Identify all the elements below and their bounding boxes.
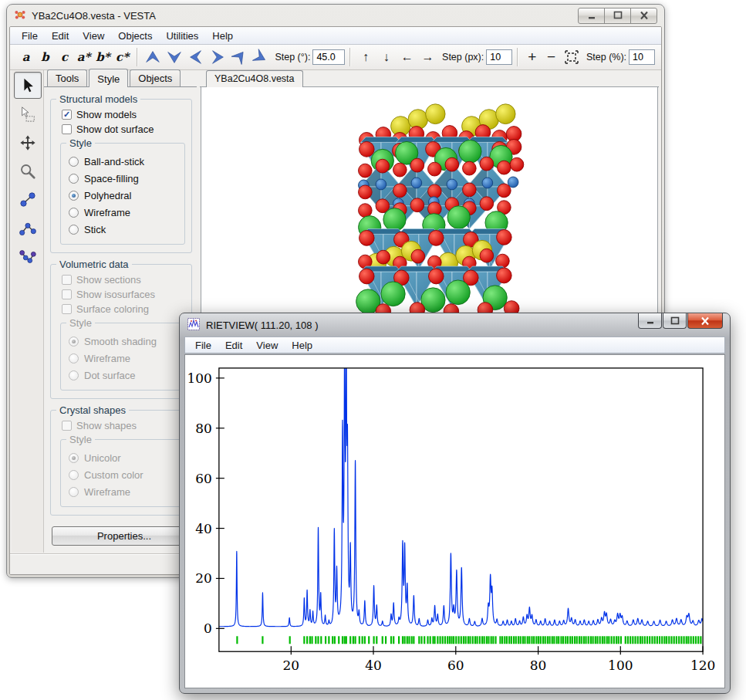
radio-label: Smooth shading: [84, 336, 157, 347]
step-px-input[interactable]: [486, 49, 512, 65]
tool-select-icon[interactable]: [14, 72, 42, 99]
radio-circle: [69, 336, 79, 347]
checkbox-show-isosurfaces[interactable]: Show isosurfaces: [56, 287, 187, 302]
radio-circle: [69, 191, 79, 201]
rietview-menu-view[interactable]: View: [249, 338, 285, 353]
properties-button[interactable]: Properties...: [52, 526, 197, 546]
radio-space-filling[interactable]: Space-filling: [66, 170, 181, 187]
vesta-menu-objects[interactable]: Objects: [111, 29, 159, 43]
axis-button-a-star[interactable]: a*: [74, 50, 93, 64]
pan-left-icon[interactable]: ←: [397, 50, 417, 64]
atom-sphere: [411, 178, 422, 188]
tool-distance-icon[interactable]: [14, 186, 42, 213]
vesta-titlebar[interactable]: YBa2Cu4O8.vesta - VESTA: [7, 5, 664, 26]
checkbox-surface-coloring[interactable]: Surface coloring: [56, 302, 187, 316]
y-tick-label: 80: [195, 421, 212, 436]
radio-ball-and-stick[interactable]: Ball-and-stick: [66, 153, 181, 170]
tab-style[interactable]: Style: [89, 69, 128, 87]
atom-sphere: [482, 178, 493, 188]
atom-sphere: [480, 249, 494, 262]
radio-circle: [69, 453, 79, 463]
rietview-app-icon: [187, 318, 200, 333]
axis-button-c-star[interactable]: c*: [113, 50, 132, 64]
pan-up-icon[interactable]: ↑: [355, 50, 376, 64]
rotate-up-icon[interactable]: [142, 47, 164, 67]
side-panel-tabs: ToolsStyleObjects: [44, 69, 197, 87]
group-volumetric-data: Volumetric dataShow sectionsShow isosurf…: [50, 264, 192, 399]
axis-button-b[interactable]: b: [35, 50, 55, 64]
rotate-ccw-icon[interactable]: [228, 47, 250, 67]
y-tick-label: 60: [195, 471, 212, 486]
radio-wireframe[interactable]: Wireframe: [66, 350, 181, 367]
rotate-down-icon[interactable]: [164, 47, 185, 67]
zoom-in-icon[interactable]: +: [522, 49, 542, 66]
vesta-menu-file[interactable]: File: [15, 29, 45, 43]
axis-button-b-star[interactable]: b*: [93, 50, 113, 64]
radio-unicolor[interactable]: Unicolor: [66, 449, 181, 466]
radio-label: Unicolor: [84, 452, 121, 464]
vesta-menu-edit[interactable]: Edit: [45, 29, 76, 43]
radio-stick[interactable]: Stick: [66, 221, 181, 238]
radio-label: Space-filling: [84, 173, 139, 184]
atom-sphere: [376, 250, 390, 264]
atom-sphere: [376, 179, 387, 190]
step-deg-input[interactable]: [312, 49, 345, 65]
atom-sphere: [496, 254, 510, 268]
rietview-window: RIETVIEW( 111.20, 108 ) FileEditViewHelp…: [179, 313, 731, 694]
y-tick-label: 0: [204, 621, 212, 636]
group-crystal-shapes: Crystal shapesShow shapesStyleUnicolorCu…: [50, 410, 192, 516]
zoom-out-icon[interactable]: −: [542, 49, 561, 66]
vesta-window-title: YBa2Cu4O8.vesta - VESTA: [32, 10, 156, 22]
vesta-menu-utilities[interactable]: Utilities: [159, 29, 205, 43]
tool-magnify-icon[interactable]: [14, 157, 42, 184]
minimize-button[interactable]: [638, 313, 662, 329]
toolbar-separator: [349, 48, 350, 66]
pan-down-icon[interactable]: ↓: [376, 50, 397, 64]
radio-label: Stick: [84, 224, 106, 235]
atom-sphere: [498, 161, 511, 174]
radio-circle: [69, 225, 79, 235]
step-pct-input[interactable]: [629, 49, 655, 65]
vesta-menu-help[interactable]: Help: [205, 29, 240, 43]
close-button[interactable]: [687, 313, 723, 329]
pan-right-icon[interactable]: →: [417, 50, 438, 64]
radio-wireframe[interactable]: Wireframe: [66, 204, 181, 221]
atom-sphere: [393, 163, 407, 177]
tool-angle-icon[interactable]: [14, 215, 42, 242]
fit-view-icon[interactable]: [561, 47, 582, 67]
rotate-cw-icon[interactable]: [250, 47, 272, 67]
atom-sphere: [376, 159, 390, 173]
tab-objects[interactable]: Objects: [130, 69, 181, 86]
vesta-menu-view[interactable]: View: [76, 29, 111, 43]
atom-sphere: [393, 184, 407, 198]
axis-button-a[interactable]: a: [16, 50, 35, 64]
rietview-menu-file[interactable]: File: [188, 338, 218, 353]
rietview-menu-edit[interactable]: Edit: [218, 338, 249, 353]
rotate-left-icon[interactable]: [185, 47, 207, 67]
group-legend: Structural models: [56, 93, 140, 105]
checkbox-show-sections[interactable]: Show sections: [56, 272, 187, 287]
checkbox-label: Show models: [76, 109, 137, 120]
radio-custom-color[interactable]: Custom color: [66, 466, 181, 483]
checkbox-show-shapes[interactable]: Show shapes: [56, 418, 187, 433]
checkbox-show-models[interactable]: ✓Show models: [56, 107, 187, 122]
rotate-right-icon[interactable]: [207, 47, 228, 67]
tool-area-select-icon[interactable]: [14, 100, 42, 127]
radio-dot-surface[interactable]: Dot surface: [66, 367, 181, 384]
checkbox-box: [62, 289, 72, 299]
axis-button-c[interactable]: c: [55, 50, 74, 64]
document-tab[interactable]: YBa2Cu4O8.vesta: [206, 70, 303, 87]
minimize-button[interactable]: [578, 8, 605, 24]
rietview-menu-help[interactable]: Help: [285, 338, 319, 353]
tool-dihedral-icon[interactable]: [14, 243, 42, 270]
radio-wireframe[interactable]: Wireframe: [66, 483, 181, 500]
close-button[interactable]: [630, 8, 657, 24]
tab-tools[interactable]: Tools: [47, 69, 87, 86]
maximize-button[interactable]: [604, 8, 631, 24]
tool-translate-icon[interactable]: [14, 129, 42, 156]
radio-polyhedral[interactable]: Polyhedral: [66, 187, 181, 204]
group-legend: Style: [66, 137, 95, 149]
maximize-button[interactable]: [663, 313, 687, 329]
radio-smooth-shading[interactable]: Smooth shading: [66, 333, 181, 350]
checkbox-show-dot-surface[interactable]: Show dot surface: [56, 122, 187, 137]
